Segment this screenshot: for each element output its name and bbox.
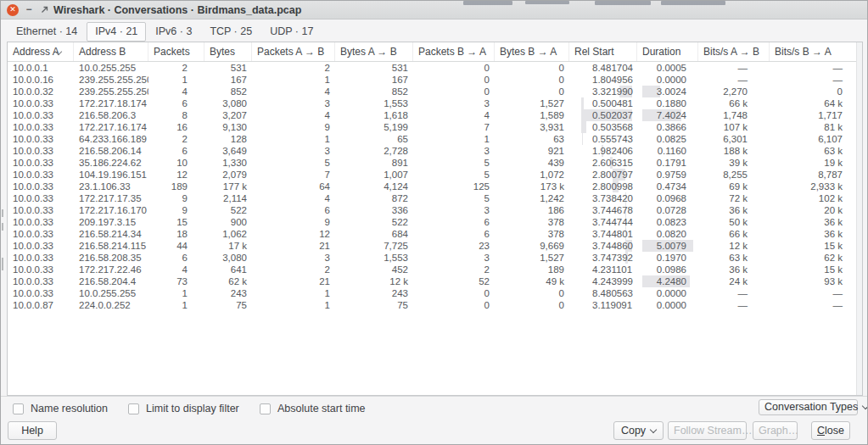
titlebar: ✕ − Wireshark · Conversations · Birdmans… xyxy=(1,1,867,19)
table-row[interactable]: 10.0.0.33216.58.206.383,20741,61841,5890… xyxy=(8,109,862,121)
cell: 2,933 k xyxy=(770,181,858,192)
table-row[interactable]: 10.0.0.33216.58.214.1154417 k217,725239,… xyxy=(8,240,862,252)
cell: 10.0.0.1 xyxy=(8,62,74,74)
cell: 3.0024 xyxy=(637,86,698,97)
cell-value: 2 xyxy=(325,264,330,275)
cell: 50 k xyxy=(698,216,770,228)
table-row[interactable]: 10.0.0.87224.0.0.252175175003.1190910.00… xyxy=(8,299,862,311)
help-button[interactable]: Help xyxy=(8,421,57,440)
table-row[interactable]: 10.0.0.33172.217.18.17463,08031,55331,52… xyxy=(8,97,862,109)
cell: 189 xyxy=(495,264,569,275)
cell: 1 xyxy=(148,287,204,299)
cell-value: 4 xyxy=(325,193,330,203)
cell-value: 0.3866 xyxy=(657,122,686,132)
cell-value: 128 xyxy=(231,134,247,144)
table-row[interactable]: 10.0.0.33172.217.16.1709522633631863.744… xyxy=(8,204,862,216)
column-header[interactable]: Bits/s B → A xyxy=(770,42,858,61)
conversation-types-dropdown[interactable]: Conversation Types xyxy=(759,399,858,415)
column-header[interactable]: Bytes B → A xyxy=(495,42,569,61)
column-header[interactable]: Duration xyxy=(637,42,698,61)
restore-window-icon[interactable] xyxy=(38,4,50,16)
close-button[interactable]: Close xyxy=(811,421,850,440)
cell-value: 3.0024 xyxy=(657,86,686,97)
cell: 0 xyxy=(413,299,495,311)
column-header[interactable]: Rel Start xyxy=(569,42,637,61)
table-row[interactable]: 10.0.0.3364.233.166.18921281651630.55574… xyxy=(8,133,862,145)
cell: 3,931 xyxy=(495,121,569,133)
cell-value: 1,553 xyxy=(384,253,408,263)
table-row[interactable]: 10.0.0.110.0.255.25525312531008.4817040.… xyxy=(8,62,862,74)
table-row[interactable]: 10.0.0.3310.0.255.25512431243008.4805630… xyxy=(8,287,862,299)
minimize-window-icon[interactable]: − xyxy=(23,4,35,16)
table-row[interactable]: 10.0.0.33216.58.206.1463,64932,72839211.… xyxy=(8,145,862,157)
cell: 1 xyxy=(252,133,335,145)
vertical-scrollbar[interactable] xyxy=(856,42,862,395)
cell-value: 1 xyxy=(182,300,188,310)
cell: 2.800998 xyxy=(569,181,637,192)
table-row[interactable]: 10.0.0.3335.186.224.62101,330589154392.6… xyxy=(8,157,862,169)
tab-ipv4[interactable]: IPv4 · 21 xyxy=(87,22,146,42)
tab-ethernet[interactable]: Ethernet · 14 xyxy=(8,22,86,42)
table-row[interactable]: 10.0.0.33216.58.208.3563,08031,55331,527… xyxy=(8,252,862,264)
cell-value: 439 xyxy=(548,158,564,168)
table-row[interactable]: 10.0.0.33172.217.16.174169,13095,19973,9… xyxy=(8,121,862,133)
cell-value: 1.804956 xyxy=(592,75,633,85)
cell: 1.982406 xyxy=(569,145,637,157)
checkbox-icon[interactable] xyxy=(260,403,271,414)
table-row[interactable]: 10.0.0.33104.19.196.151122,07971,00751,0… xyxy=(8,169,862,181)
cell-value: 10.0.0.33 xyxy=(13,134,53,144)
checkbox-icon[interactable] xyxy=(13,403,24,414)
column-header[interactable]: Packets A → B xyxy=(252,42,335,61)
cell-value: 243 xyxy=(392,288,408,298)
cell-value: 10 xyxy=(176,158,188,168)
cell-value: 6 xyxy=(325,205,330,215)
cell: 0 xyxy=(413,74,495,86)
cell: 64.233.166.189 xyxy=(74,133,148,145)
cell: 1.804956 xyxy=(569,74,637,86)
checkbox-icon[interactable] xyxy=(128,403,139,414)
column-header[interactable]: Packets xyxy=(148,42,204,61)
tab-ipv6[interactable]: IPv6 · 3 xyxy=(147,22,200,42)
cell-value: 6,107 xyxy=(818,134,843,144)
close-window-icon[interactable]: ✕ xyxy=(7,4,19,16)
table-row[interactable]: 10.0.0.32239.255.255.25048524852003.3219… xyxy=(8,86,862,97)
checkbox-name-resolution[interactable]: Name resolution xyxy=(13,403,108,414)
column-header[interactable]: Bytes xyxy=(204,42,252,61)
cell: 7.4024 xyxy=(637,109,698,121)
tab-udp[interactable]: UDP · 17 xyxy=(261,22,322,42)
cell-value: 3.744744 xyxy=(592,217,633,227)
column-header[interactable]: Address B xyxy=(74,42,148,61)
cell: 522 xyxy=(204,204,252,216)
cell-value: 1,717 xyxy=(818,110,843,120)
table-row[interactable]: 10.0.0.33172.217.22.464641245221894.2311… xyxy=(8,264,862,275)
column-header[interactable]: Bits/s A → B xyxy=(698,42,770,61)
copy-button[interactable]: Copy xyxy=(613,421,664,440)
cell: 6 xyxy=(413,216,495,228)
cell-value: — xyxy=(833,288,843,298)
column-header[interactable]: Bytes A → B xyxy=(335,42,413,61)
cell: 10.0.0.33 xyxy=(8,181,74,192)
table-row[interactable]: 10.0.0.16239.255.255.25011671167001.8049… xyxy=(8,74,862,86)
cell: 173 k xyxy=(495,181,569,192)
checkbox-absolute-start-time[interactable]: Absolute start time xyxy=(260,403,366,414)
table-row[interactable]: 10.0.0.33216.58.214.34181,0621268463783.… xyxy=(8,228,862,240)
cell-value: 63 xyxy=(553,134,564,144)
table-row[interactable]: 10.0.0.33216.58.204.47362 k2112 k5249 k4… xyxy=(8,275,862,287)
cell: 15 xyxy=(148,216,204,228)
table-row[interactable]: 10.0.0.33209.197.3.1515900952263783.7447… xyxy=(8,216,862,228)
cell: 104.19.196.151 xyxy=(74,169,148,181)
table-row[interactable]: 10.0.0.33172.217.17.3592,114487251,2423.… xyxy=(8,192,862,204)
cell-value: 1,242 xyxy=(540,193,564,203)
cell-value: — xyxy=(738,300,748,310)
checkbox-limit-to-display-filter[interactable]: Limit to display filter xyxy=(128,403,239,414)
conversations-dialog: ✕ − Wireshark · Conversations · Birdmans… xyxy=(0,0,868,445)
column-header-label: Bytes A → B xyxy=(340,46,397,58)
cell-value: 2.606315 xyxy=(592,158,633,168)
column-header[interactable]: Packets B → A xyxy=(413,42,495,61)
cell: 177 k xyxy=(204,181,252,192)
cell-value: 188 k xyxy=(724,146,748,156)
cell: 12 k xyxy=(335,275,413,287)
table-row[interactable]: 10.0.0.3323.1.106.33189177 k644,12412517… xyxy=(8,181,862,192)
column-header[interactable]: Address A xyxy=(8,42,74,61)
tab-tcp[interactable]: TCP · 25 xyxy=(201,22,260,42)
